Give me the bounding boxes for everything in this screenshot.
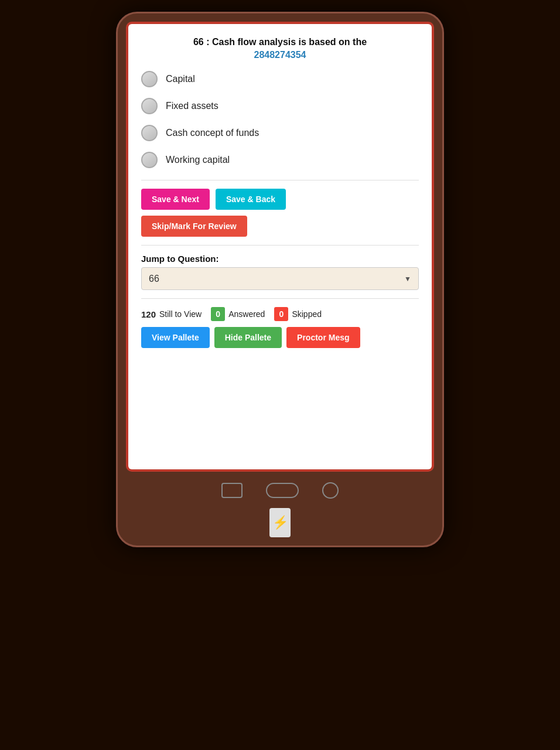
question-text: Cash flow analysis is based on the [212, 37, 367, 47]
skip-row: Skip/Mark For Review [141, 216, 419, 237]
back-nav-button[interactable] [221, 483, 243, 498]
radio-capital[interactable] [141, 71, 158, 87]
screen-border: 66 : Cash flow analysis is based on the … [126, 22, 434, 472]
view-pallete-button[interactable]: View Pallete [141, 327, 210, 348]
usb-cable: ⚡ [126, 504, 434, 537]
still-to-view-label: Still to View [159, 309, 202, 319]
radio-working-capital[interactable] [141, 152, 158, 168]
still-to-view-stat: 120 Still to View [141, 309, 202, 319]
phone-nav-bar [126, 472, 434, 504]
question-title: 66 : Cash flow analysis is based on the [141, 36, 419, 49]
divider-3 [141, 298, 419, 299]
still-to-view-number: 120 [141, 309, 156, 319]
recent-nav-button[interactable] [322, 482, 339, 499]
radio-cash-concept[interactable] [141, 125, 158, 141]
phone-device: 66 : Cash flow analysis is based on the … [116, 12, 444, 547]
answered-stat: 0 Answered [211, 307, 265, 321]
save-back-button[interactable]: Save & Back [216, 189, 286, 210]
question-number: 66 [193, 37, 204, 47]
save-buttons-row: Save & Next Save & Back [141, 189, 419, 210]
option-cash-concept[interactable]: Cash concept of funds [141, 125, 419, 141]
question-id: 2848274354 [141, 50, 419, 60]
option-capital[interactable]: Capital [141, 71, 419, 87]
divider-2 [141, 245, 419, 246]
jump-select[interactable]: 66 [142, 268, 418, 289]
hide-pallete-button[interactable]: Hide Pallete [214, 327, 282, 348]
option-fixed-assets-label: Fixed assets [166, 101, 218, 111]
radio-fixed-assets[interactable] [141, 98, 158, 114]
skipped-label: Skipped [292, 309, 322, 319]
answered-label: Answered [228, 309, 265, 319]
option-capital-label: Capital [166, 74, 195, 84]
option-working-capital-label: Working capital [166, 155, 230, 165]
skip-review-button[interactable]: Skip/Mark For Review [141, 216, 247, 237]
jump-label: Jump to Question: [141, 254, 419, 264]
jump-select-wrapper[interactable]: 66 ▼ [141, 267, 419, 290]
options-list: Capital Fixed assets Cash concept of fun… [141, 71, 419, 168]
save-next-button[interactable]: Save & Next [141, 189, 210, 210]
question-colon: : [206, 37, 212, 47]
proctor-mesg-button[interactable]: Proctor Mesg [286, 327, 360, 348]
answered-badge: 0 [211, 307, 225, 321]
usb-icon: ⚡ [269, 508, 291, 537]
question-header: 66 : Cash flow analysis is based on the … [141, 36, 419, 60]
stats-row: 120 Still to View 0 Answered 0 Skipped [141, 307, 419, 321]
divider-1 [141, 180, 419, 180]
option-cash-concept-label: Cash concept of funds [166, 128, 259, 138]
jump-section: Jump to Question: 66 ▼ [141, 254, 419, 290]
action-buttons-row: View Pallete Hide Pallete Proctor Mesg [141, 327, 419, 348]
home-nav-button[interactable] [266, 483, 299, 498]
skipped-badge: 0 [274, 307, 288, 321]
option-fixed-assets[interactable]: Fixed assets [141, 98, 419, 114]
phone-screen: 66 : Cash flow analysis is based on the … [128, 24, 432, 469]
option-working-capital[interactable]: Working capital [141, 152, 419, 168]
skipped-stat: 0 Skipped [274, 307, 322, 321]
